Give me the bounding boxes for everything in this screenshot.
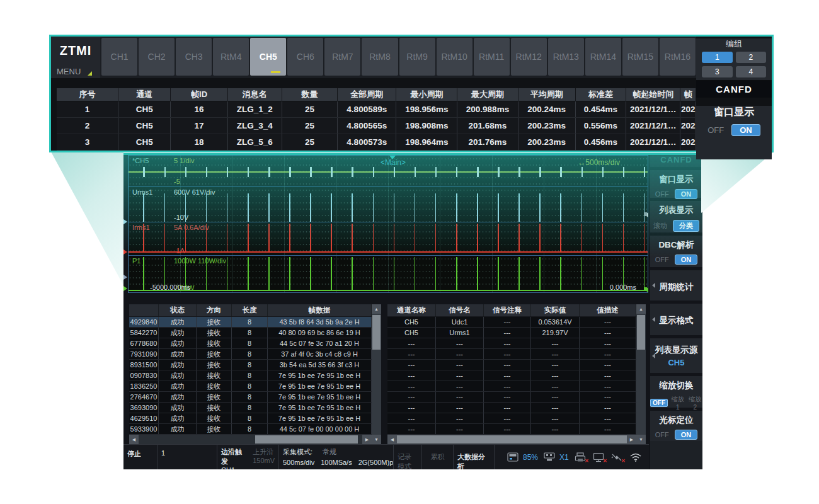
window-display-off[interactable]: OFF: [707, 125, 724, 135]
stats-row[interactable]: 3CH518ZLG_5_6254.800573s198.964ms201.76m…: [57, 134, 696, 151]
table-row[interactable]: ---------------: [387, 360, 636, 370]
stats-row[interactable]: 1CH516ZLG_1_2254.800589s198.956ms200.988…: [57, 101, 696, 118]
tab-ch6[interactable]: CH6: [287, 38, 323, 76]
tab-rtm4[interactable]: RtM4: [213, 38, 249, 76]
table-row[interactable]: 4629510成功接收87e 95 1b ee 7e 95 1b ee H: [129, 413, 372, 424]
zoom-option-1[interactable]: 缩放1: [670, 395, 685, 411]
tab-rtm7[interactable]: RtM7: [324, 38, 360, 76]
table-row[interactable]: ---------------: [387, 424, 636, 435]
table-row[interactable]: CH5Udc1---0.053614V---: [387, 317, 636, 328]
toggle-off[interactable]: OFF: [655, 256, 669, 263]
p1-top-marker[interactable]: [123, 275, 127, 280]
hscroll-thumb[interactable]: [255, 435, 358, 444]
tab-rtm16[interactable]: RtM16: [660, 38, 696, 76]
hscroll-track[interactable]: [139, 435, 362, 444]
tab-rtm13[interactable]: RtM13: [548, 38, 584, 76]
table-row[interactable]: ---------------: [387, 403, 636, 413]
menu-button[interactable]: MENU: [57, 67, 81, 76]
protocol-header[interactable]: CANFD: [696, 81, 772, 98]
table-row[interactable]: 2764670成功接收87e 95 1b ee 7e 95 1b ee H: [129, 392, 372, 403]
toggle-off[interactable]: OFF: [655, 190, 669, 198]
table-row[interactable]: ---------------: [387, 413, 636, 424]
sidebar-item-3[interactable]: DBC解析OFFON: [650, 236, 702, 267]
table-row[interactable]: CH5Urms1---219.97V---: [387, 328, 636, 338]
sidebar-item-1[interactable]: 窗口显示OFFON: [650, 170, 702, 198]
sidebar-item-7[interactable]: 缩放切换OFF缩放1缩放2: [650, 376, 702, 408]
irms-ground-marker[interactable]: [123, 249, 127, 255]
sidebar-item-2[interactable]: 列表显示滚动分类: [650, 201, 702, 232]
table-row[interactable]: ---------------: [387, 338, 636, 349]
logo-block[interactable]: ZTMI MENU: [51, 37, 100, 78]
sidebar-item-6[interactable]: 列表显示源CH5: [650, 338, 702, 373]
scroll-right-button[interactable]: ▶: [362, 435, 372, 444]
tab-ch5[interactable]: CH5: [250, 38, 286, 76]
waveform-channel-3[interactable]: Irms15A 0.6A/div-1A: [129, 222, 648, 256]
scroll-up-button[interactable]: ▲: [372, 304, 381, 314]
scroll-down-button[interactable]: ▼: [636, 435, 646, 444]
stats-row[interactable]: 2CH517ZLG_3_4254.800565s198.908ms201.68m…: [57, 118, 696, 134]
vertical-scrollbar[interactable]: ▲▼: [636, 304, 646, 444]
tab-ch1[interactable]: CH1: [101, 38, 137, 76]
table-row[interactable]: 3693090成功接收87e 95 1b ee 7e 95 1b ee H: [129, 403, 372, 413]
group-button-1[interactable]: 1: [702, 52, 733, 63]
table-row[interactable]: 5933900成功接收844 5c 07 fe 00 00 00 00 H: [129, 424, 372, 435]
vscroll-track[interactable]: [636, 314, 646, 435]
toggle-off[interactable]: OFF: [655, 431, 669, 438]
table-row[interactable]: 1836250成功接收87e 95 1b ee 7e 95 1b ee H: [129, 381, 372, 392]
tab-rtm15[interactable]: RtM15: [622, 38, 658, 76]
tab-rtm8[interactable]: RtM8: [362, 38, 398, 76]
p1-ground-marker[interactable]: [123, 286, 127, 291]
waveform-channel-2[interactable]: Urms1600V 61V/div-10V: [129, 187, 648, 222]
table-row[interactable]: ---------------: [387, 370, 636, 381]
big-data-analysis[interactable]: 大数据分析: [454, 445, 495, 469]
zoom-option-2[interactable]: 缩放2: [688, 395, 703, 411]
table-row[interactable]: 7931090成功接收837 af 4f 0c 3b c4 c8 c9 H: [129, 349, 372, 360]
table-row[interactable]: ---------------: [387, 381, 636, 392]
table-row[interactable]: 4929840成功接收843 5b f8 64 3d 5b 9a 2e H: [129, 317, 372, 328]
table-row[interactable]: ---------------: [387, 349, 636, 360]
tab-ch2[interactable]: CH2: [139, 38, 175, 76]
group-button-3[interactable]: 3: [702, 66, 733, 77]
toggle-on[interactable]: ON: [675, 430, 698, 440]
sidebar-item-4[interactable]: 周期统计: [650, 270, 702, 301]
trigger-position-marker[interactable]: [389, 156, 396, 159]
sidebar-item-8[interactable]: 光标定位OFFON: [650, 411, 702, 444]
scroll-down-button[interactable]: ▼: [372, 435, 381, 444]
tab-ch3[interactable]: CH3: [176, 38, 212, 76]
sidebar-item-5[interactable]: 显示格式: [650, 304, 702, 335]
option-right[interactable]: 分类: [673, 220, 699, 232]
scroll-left-button[interactable]: ◀: [387, 435, 397, 444]
run-state[interactable]: 停止: [123, 445, 158, 469]
waveform-channel-4[interactable]: P11000W 110W/div-100W: [129, 256, 648, 292]
table-row[interactable]: 6778680成功接收844 5c 07 fe 3c 70 a1 20 H: [129, 338, 372, 349]
window-display-on[interactable]: ON: [731, 124, 760, 136]
hscroll-track[interactable]: [397, 435, 627, 444]
urms-ground-marker[interactable]: [123, 219, 127, 224]
tab-rtm10[interactable]: RtM10: [437, 38, 472, 76]
horizontal-scrollbar[interactable]: ◀▶: [387, 435, 636, 444]
group-button-2[interactable]: 2: [736, 52, 767, 63]
record-mode[interactable]: 记录模式: [394, 445, 422, 469]
acquisition-info[interactable]: 采集模式: 常规 500ms/div 100MSa/s 2G(500M)pts: [279, 445, 394, 469]
table-row[interactable]: ---------------: [387, 392, 636, 403]
vscroll-track[interactable]: [372, 314, 381, 435]
tab-rtm9[interactable]: RtM9: [399, 38, 435, 76]
table-row[interactable]: 8931500成功接收83b 54 ea 5d 35 66 3f c3 H: [129, 360, 372, 370]
toggle-on[interactable]: ON: [675, 189, 698, 199]
trigger-info[interactable]: 边沿触发 CH1 自动 上升沿 150mV: [217, 445, 279, 469]
vscroll-thumb[interactable]: [637, 315, 645, 350]
table-row[interactable]: 5842270成功接收840 80 09 69 bc 86 6e 19 H: [129, 328, 372, 338]
scroll-right-button[interactable]: ▶: [627, 435, 636, 444]
hscroll-thumb[interactable]: [397, 435, 627, 444]
tab-rtm12[interactable]: RtM12: [511, 38, 547, 76]
option-left[interactable]: 滚动: [653, 221, 667, 231]
tab-rtm14[interactable]: RtM14: [585, 38, 621, 76]
toggle-on[interactable]: ON: [675, 255, 698, 265]
accumulate-mode[interactable]: 累积: [422, 445, 454, 469]
scroll-up-button[interactable]: ▲: [636, 304, 646, 314]
vertical-scrollbar[interactable]: ▲▼: [372, 304, 381, 444]
table-row[interactable]: 0907830成功接收87e 95 1b ee 7e 95 1b ee H: [129, 370, 372, 381]
waveform-area[interactable]: <Main> ↔500ms/div -5000.000ms 0.000ms *C…: [128, 155, 648, 293]
group-button-4[interactable]: 4: [736, 66, 767, 77]
vscroll-thumb[interactable]: [372, 315, 381, 350]
